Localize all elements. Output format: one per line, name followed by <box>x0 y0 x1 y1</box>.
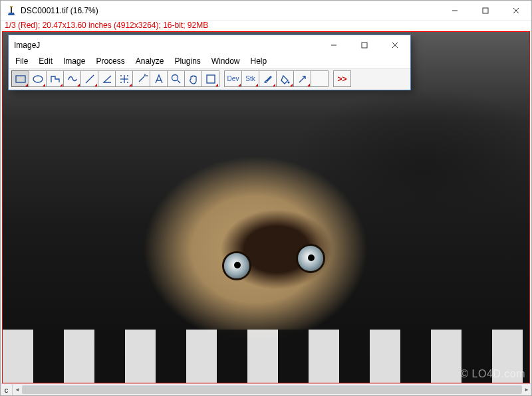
svg-point-19 <box>120 82 122 83</box>
menu-plugins[interactable]: Plugins <box>169 55 205 67</box>
imagej-menubar: File Edit Image Process Analyze Plugins … <box>9 55 410 68</box>
close-button[interactable] <box>501 1 531 21</box>
point-tool[interactable] <box>115 70 133 87</box>
image-window-title: DSC00011.tif (16.7%) <box>21 6 440 15</box>
slider-thumb[interactable] <box>22 385 522 394</box>
svg-point-25 <box>172 74 178 80</box>
slider-left-arrow[interactable]: ◄ <box>13 384 22 395</box>
imagej-toolbar: Dev Stk >> <box>9 68 410 90</box>
line-tool[interactable] <box>80 70 98 87</box>
spare-tool[interactable] <box>311 70 329 87</box>
slider-right-arrow[interactable]: ► <box>522 384 531 395</box>
minimize-button[interactable] <box>440 1 470 21</box>
flood-fill-tool[interactable] <box>276 70 294 87</box>
menu-file[interactable]: File <box>10 55 33 67</box>
freehand-tool[interactable] <box>63 70 81 87</box>
close-button[interactable] <box>380 35 410 55</box>
image-scroll-region: c ◄ ► <box>1 383 531 395</box>
svg-point-17 <box>120 75 122 76</box>
menu-window[interactable]: Window <box>206 55 245 67</box>
imagej-app-icon <box>6 5 17 16</box>
svg-point-18 <box>127 75 128 76</box>
channel-slider[interactable]: ◄ ► <box>13 384 531 395</box>
text-tool[interactable] <box>150 70 168 87</box>
minimize-button[interactable] <box>319 35 349 55</box>
image-background-pattern <box>3 330 529 383</box>
svg-rect-0 <box>10 6 13 7</box>
menu-analyze[interactable]: Analyze <box>130 55 170 67</box>
zoom-tool[interactable] <box>167 70 185 87</box>
svg-rect-1 <box>11 7 12 13</box>
more-tools-button[interactable]: >> <box>333 70 351 87</box>
angle-tool[interactable] <box>98 70 116 87</box>
dev-menu-tool[interactable]: Dev <box>224 70 242 87</box>
svg-point-28 <box>287 81 289 83</box>
brush-tool[interactable] <box>259 70 277 87</box>
menu-image[interactable]: Image <box>58 55 90 67</box>
imagej-window-controls <box>319 35 410 55</box>
maximize-button[interactable] <box>349 35 380 55</box>
imagej-window-title: ImageJ <box>14 41 319 50</box>
svg-line-29 <box>299 76 305 82</box>
imagej-main-window[interactable]: ImageJ File Edit Image Process Analyze P… <box>8 35 411 90</box>
svg-rect-12 <box>16 76 25 82</box>
svg-rect-27 <box>207 75 215 83</box>
image-detail <box>298 246 323 271</box>
image-window-controls <box>440 1 531 21</box>
svg-rect-9 <box>362 43 367 48</box>
image-titlebar[interactable]: DSC00011.tif (16.7%) <box>1 1 531 21</box>
menu-edit[interactable]: Edit <box>33 55 58 67</box>
svg-line-14 <box>86 75 94 83</box>
image-detail <box>224 253 249 278</box>
rectangle-tool[interactable] <box>11 70 29 87</box>
polygon-tool[interactable] <box>46 70 64 87</box>
svg-point-20 <box>127 82 128 83</box>
svg-point-22 <box>144 75 146 76</box>
arrow-tool[interactable] <box>293 70 311 87</box>
menu-process[interactable]: Process <box>90 55 130 67</box>
channel-indicator[interactable]: c <box>1 384 13 395</box>
more-label: >> <box>337 74 346 84</box>
svg-line-21 <box>139 76 144 82</box>
maximize-button[interactable] <box>470 1 501 21</box>
imagej-titlebar[interactable]: ImageJ <box>9 35 410 55</box>
stk-label: Stk <box>245 75 255 82</box>
color-picker-tool[interactable] <box>201 70 219 87</box>
stacks-menu-tool[interactable]: Stk <box>241 70 259 87</box>
oval-tool[interactable] <box>29 70 47 87</box>
image-info-line: 1/3 (Red); 20.47x13.60 inches (4912x3264… <box>1 21 531 31</box>
dev-label: Dev <box>227 75 239 82</box>
menu-help[interactable]: Help <box>245 55 273 67</box>
hand-tool[interactable] <box>184 70 202 87</box>
svg-rect-3 <box>483 8 488 13</box>
svg-line-26 <box>178 80 180 83</box>
wand-tool[interactable] <box>132 70 150 87</box>
svg-point-13 <box>33 76 43 82</box>
